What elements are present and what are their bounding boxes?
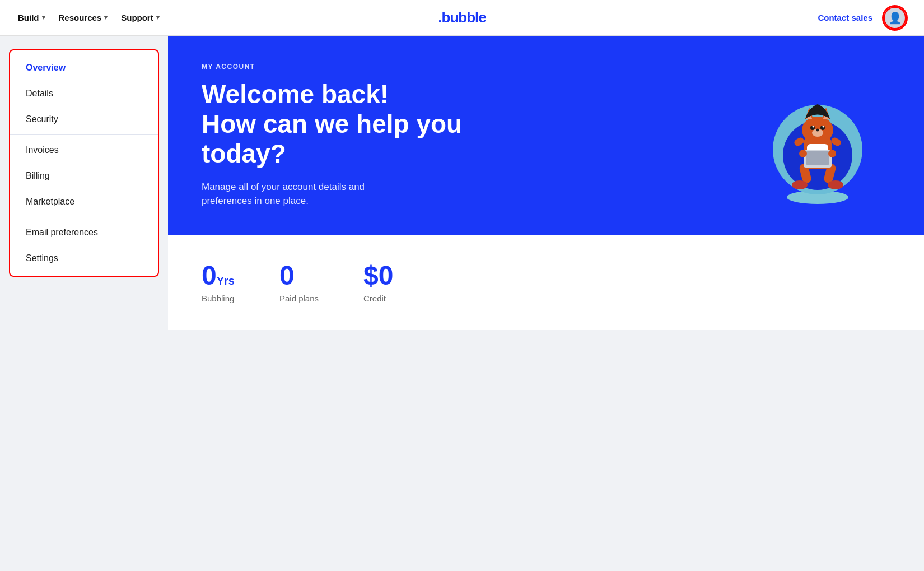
hero-label: MY ACCOUNT xyxy=(202,63,462,71)
main-content: MY ACCOUNT Welcome back! How can we help… xyxy=(168,36,924,571)
svg-point-26 xyxy=(828,150,836,157)
stat-bubbling-number: 0 xyxy=(202,261,217,290)
stat-credit: $0 Credit xyxy=(363,262,393,303)
svg-point-25 xyxy=(799,150,807,157)
stat-credit-label: Credit xyxy=(363,294,393,303)
user-avatar-button[interactable]: 👤 xyxy=(884,7,906,29)
svg-point-6 xyxy=(792,180,808,189)
logo-wordmark: bubble xyxy=(442,9,486,26)
fox-illustration xyxy=(745,63,890,208)
hero-subtitle: Manage all of your account details and p… xyxy=(202,180,462,208)
hero-title-line2: How can we help you xyxy=(202,109,462,138)
hero-title: Welcome back! How can we help you today? xyxy=(202,80,462,169)
svg-point-18 xyxy=(823,126,824,128)
sidebar-item-settings[interactable]: Settings xyxy=(10,245,158,271)
sidebar-item-billing[interactable]: Billing xyxy=(10,163,158,189)
nav-build[interactable]: Build ▾ xyxy=(18,13,45,22)
nav-right: Contact sales 👤 xyxy=(818,7,906,29)
stat-paid-plans: 0 Paid plans xyxy=(279,262,319,303)
chevron-down-icon: ▾ xyxy=(156,14,160,21)
sidebar-item-security[interactable]: Security xyxy=(10,106,158,132)
page-layout: Overview Details Security Invoices Billi… xyxy=(0,36,924,571)
stat-bubbling: 0Yrs Bubbling xyxy=(202,262,235,303)
navbar: Build ▾ Resources ▾ Support ▾ .bubble Co… xyxy=(0,0,924,36)
fox-svg xyxy=(745,63,890,208)
stat-bubbling-unit: Yrs xyxy=(217,275,235,287)
nav-left: Build ▾ Resources ▾ Support ▾ xyxy=(18,13,160,22)
nav-build-label: Build xyxy=(18,13,39,22)
contact-sales-button[interactable]: Contact sales xyxy=(818,13,872,22)
sidebar-item-overview[interactable]: Overview xyxy=(10,55,158,81)
svg-point-20 xyxy=(816,129,819,132)
hero-title-line1: Welcome back! xyxy=(202,80,389,109)
chevron-down-icon: ▾ xyxy=(42,14,45,21)
stat-paid-plans-label: Paid plans xyxy=(279,294,319,303)
sidebar-divider-2 xyxy=(10,217,158,217)
svg-point-7 xyxy=(828,180,843,189)
hero-title-line3: today? xyxy=(202,139,286,168)
svg-rect-22 xyxy=(806,151,829,165)
sidebar-item-details[interactable]: Details xyxy=(10,81,158,106)
stat-paid-plans-value: 0 xyxy=(279,262,319,289)
hero-subtitle-line2: preferences in one place. xyxy=(202,196,309,206)
person-icon: 👤 xyxy=(888,11,902,25)
stat-bubbling-value: 0Yrs xyxy=(202,262,235,289)
svg-point-17 xyxy=(813,126,814,128)
sidebar-nav: Overview Details Security Invoices Billi… xyxy=(9,49,159,277)
stat-bubbling-label: Bubbling xyxy=(202,294,235,303)
sidebar-item-email-preferences[interactable]: Email preferences xyxy=(10,220,158,245)
nav-resources-label: Resources xyxy=(59,13,102,22)
chevron-down-icon: ▾ xyxy=(104,14,108,21)
site-logo[interactable]: .bubble xyxy=(438,9,486,26)
stats-section: 0Yrs Bubbling 0 Paid plans $0 Credit xyxy=(168,235,924,330)
nav-resources[interactable]: Resources ▾ xyxy=(59,13,108,22)
sidebar: Overview Details Security Invoices Billi… xyxy=(0,36,168,571)
hero-banner: MY ACCOUNT Welcome back! How can we help… xyxy=(168,36,924,235)
nav-support[interactable]: Support ▾ xyxy=(121,13,160,22)
nav-support-label: Support xyxy=(121,13,153,22)
sidebar-divider-1 xyxy=(10,134,158,135)
stat-credit-value: $0 xyxy=(363,262,393,289)
hero-text: MY ACCOUNT Welcome back! How can we help… xyxy=(202,63,462,208)
hero-subtitle-line1: Manage all of your account details and xyxy=(202,182,365,192)
sidebar-item-marketplace[interactable]: Marketplace xyxy=(10,189,158,215)
sidebar-item-invoices[interactable]: Invoices xyxy=(10,137,158,163)
